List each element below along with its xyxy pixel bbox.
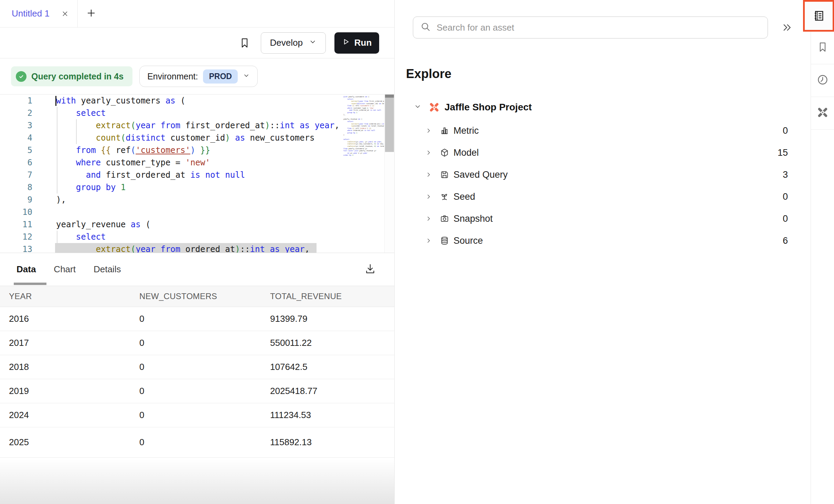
tree-item-label: Model <box>453 147 479 158</box>
table-cell: 91399.79 <box>270 314 394 324</box>
seed-icon <box>440 192 449 201</box>
environment-selector[interactable]: Environment: PROD <box>139 66 258 87</box>
bookmark-icon <box>817 41 828 54</box>
code-line[interactable]: 3 extract(year from first_ordered_at)::i… <box>0 119 394 132</box>
table-cell: 107642.5 <box>270 362 394 372</box>
tree-item-snapshot[interactable]: Snapshot0 <box>395 208 810 230</box>
results-table-header: YEARNEW_CUSTOMERSTOTAL_REVENUE <box>0 286 394 307</box>
right-icon-rail <box>811 0 834 504</box>
tree-item-metric[interactable]: Metric0 <box>395 120 810 142</box>
tree-item-count: 15 <box>778 147 788 158</box>
tree-item-count: 6 <box>783 235 788 246</box>
line-number: 11 <box>0 218 32 231</box>
new-tab-button[interactable] <box>78 0 105 27</box>
table-cell: 2017 <box>0 338 139 348</box>
code-line[interactable]: 13 extract(year from ordered_at)::int as… <box>0 243 394 253</box>
editor-toolbar: Develop Run <box>0 28 394 58</box>
query-status-badge: Query completed in 4s <box>11 66 132 86</box>
tree-item-label: Source <box>453 235 483 246</box>
explorer-panel: Explore Jaffle Shop Project Metric0Model… <box>395 0 810 504</box>
code-line[interactable]: 11yearly_revenue as ( <box>0 218 394 231</box>
editor-tab-bar: Untitled 1 <box>0 0 394 28</box>
code-line[interactable]: 1with yearly_customers as ( <box>0 95 394 107</box>
line-number: 1 <box>0 95 32 107</box>
app-window: Untitled 1 Develop <box>0 0 834 504</box>
results-tab-data[interactable]: Data <box>17 264 36 275</box>
scrollbar-thumb[interactable] <box>385 98 394 152</box>
close-icon[interactable] <box>61 10 69 18</box>
tree-item-count: 3 <box>783 169 788 180</box>
tab-untitled-1[interactable]: Untitled 1 <box>0 0 78 27</box>
tree-item-seed[interactable]: Seed0 <box>395 186 810 208</box>
tree-item-source[interactable]: Source6 <box>395 230 810 252</box>
tree-item-model[interactable]: Model15 <box>395 142 810 164</box>
chevron-right-icon[interactable] <box>425 215 432 222</box>
asset-search-box[interactable] <box>413 17 768 39</box>
query-status-text: Query completed in 4s <box>31 72 124 81</box>
table-cell: 0 <box>139 437 270 448</box>
sql-code-editor[interactable]: 1with yearly_customers as (2 select3 ext… <box>0 94 394 253</box>
code-line[interactable]: 5 from {{ ref('customers') }} <box>0 144 394 156</box>
chevron-right-icon[interactable] <box>425 171 432 178</box>
code-line[interactable]: 10 <box>0 206 394 218</box>
project-node[interactable]: Jaffle Shop Project <box>395 100 810 115</box>
editor-scrollbar[interactable] <box>384 95 394 253</box>
code-line[interactable]: 7 and first_ordered_at is not null <box>0 169 394 181</box>
history-rail-button[interactable] <box>811 64 834 97</box>
table-cell: 2019 <box>0 386 139 396</box>
download-icon[interactable] <box>364 263 376 277</box>
code-line[interactable]: 6 where customer_type = 'new' <box>0 156 394 169</box>
table-cell: 550011.22 <box>270 338 394 348</box>
results-tab-details[interactable]: Details <box>94 264 121 275</box>
code-lines: 1with yearly_customers as (2 select3 ext… <box>0 95 394 253</box>
table-row[interactable]: 20180107642.5 <box>0 355 394 379</box>
line-number: 13 <box>0 243 32 253</box>
catalog-icon[interactable] <box>803 0 834 32</box>
results-tab-chart[interactable]: Chart <box>54 264 76 275</box>
source-icon <box>440 236 449 245</box>
search-input[interactable] <box>437 22 768 33</box>
dbt-logo-icon <box>429 102 439 112</box>
chevron-down-icon[interactable] <box>414 103 421 112</box>
line-number: 12 <box>0 231 32 243</box>
snapshot-icon <box>440 214 449 223</box>
run-button[interactable]: Run <box>334 32 379 54</box>
tree-item-count: 0 <box>783 191 788 202</box>
table-cell: 0 <box>139 410 270 420</box>
line-number: 7 <box>0 169 32 181</box>
bookmark-icon[interactable] <box>239 37 250 49</box>
line-number: 4 <box>0 132 32 144</box>
metric-icon <box>440 126 449 135</box>
tree-item-saved-query[interactable]: Saved Query3 <box>395 164 810 186</box>
code-line[interactable]: 4 count(distinct customer_id) as new_cus… <box>0 132 394 144</box>
table-row[interactable]: 20170550011.22 <box>0 331 394 355</box>
environment-label: Environment: <box>147 72 198 81</box>
line-number: 6 <box>0 156 32 169</box>
code-line[interactable]: 9), <box>0 194 394 206</box>
run-label: Run <box>354 37 372 48</box>
tree-items: Metric0Model15Saved Query3Seed0Snapshot0… <box>395 120 810 252</box>
copilot-rail-button[interactable] <box>811 97 834 130</box>
table-row[interactable]: 201902025418.77 <box>0 379 394 403</box>
saved-query-icon <box>440 170 449 179</box>
bookmarks-rail-button[interactable] <box>811 32 834 64</box>
column-header: NEW_CUSTOMERS <box>139 292 270 301</box>
code-line[interactable]: 12 select <box>0 231 394 243</box>
table-row[interactable]: 20250115892.13 <box>0 427 394 458</box>
results-table-body: 2016091399.7920170550011.2220180107642.5… <box>0 307 394 458</box>
editor-minimap[interactable]: with yearly_customers as ( select extrac… <box>343 96 384 251</box>
chevron-right-icon[interactable] <box>425 149 432 156</box>
search-icon <box>420 21 431 34</box>
table-row[interactable]: 20240111234.53 <box>0 403 394 427</box>
code-line[interactable]: 8 group by 1 <box>0 181 394 194</box>
tree-item-count: 0 <box>783 125 788 136</box>
chevron-right-icon[interactable] <box>425 127 432 134</box>
project-name: Jaffle Shop Project <box>445 102 532 113</box>
collapse-panel-icon[interactable] <box>782 22 793 33</box>
code-line[interactable]: 2 select <box>0 107 394 119</box>
chevron-right-icon[interactable] <box>425 193 432 200</box>
column-header: YEAR <box>0 292 139 301</box>
chevron-right-icon[interactable] <box>425 237 432 244</box>
develop-dropdown[interactable]: Develop <box>261 32 326 54</box>
table-row[interactable]: 2016091399.79 <box>0 307 394 331</box>
